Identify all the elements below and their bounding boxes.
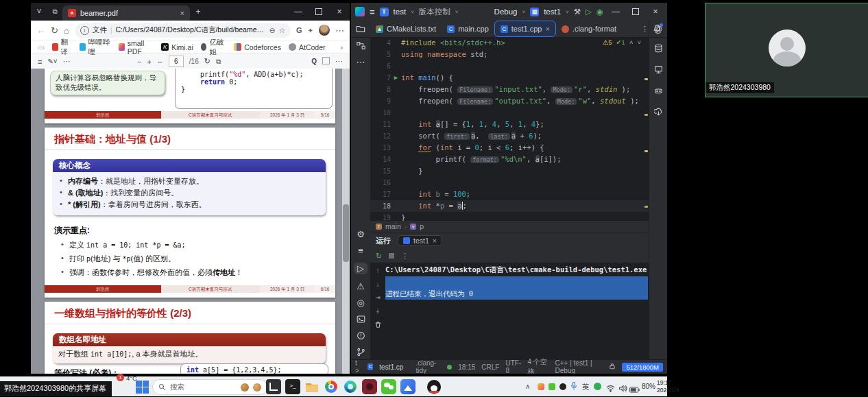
scroll-up-icon[interactable]: ↑: [376, 267, 380, 274]
bookmark-item[interactable]: KKimi.ai: [161, 43, 193, 51]
tab-search-chevron-icon[interactable]: ˅: [31, 3, 47, 21]
services-tool-icon[interactable]: ◎: [351, 294, 370, 311]
line-number[interactable]: 4: [370, 37, 391, 49]
pdf-search-icon[interactable]: Q: [311, 58, 317, 65]
tray-battery-icon[interactable]: [629, 383, 640, 396]
code-editor[interactable]: 4#include <bits/stdc++.h>5using namespac…: [370, 37, 649, 221]
stop-icon[interactable]: [389, 252, 394, 260]
pdf-page-view-icon[interactable]: ⧉: [216, 58, 221, 66]
code-line[interactable]: 18 int *p = a;: [370, 200, 649, 212]
home-icon[interactable]: ⌂: [64, 25, 69, 36]
taskbar-red-app[interactable]: [362, 379, 377, 394]
code-line[interactable]: 7▶int main() {: [370, 72, 649, 84]
line-number[interactable]: 9: [370, 95, 391, 107]
tray-wechat-icon[interactable]: [548, 383, 555, 390]
translate-icon[interactable]: G: [296, 26, 302, 34]
line-number[interactable]: 5: [370, 49, 391, 60]
code-line[interactable]: 11 int a[] = {1, 1, 4, 5, 1, 4};: [370, 119, 649, 130]
pdf-save-icon[interactable]: [322, 57, 330, 66]
soft-wrap-icon[interactable]: ⇥: [375, 294, 381, 301]
scroll-down-icon[interactable]: ↓: [376, 280, 380, 288]
zoom-out-icon[interactable]: ⊖: [269, 26, 276, 34]
build-hammer-icon[interactable]: ⚒: [574, 7, 581, 16]
caret-position[interactable]: 18:15: [458, 363, 475, 371]
debug-button-icon[interactable]: ◉: [596, 7, 603, 16]
pdf-draw-icon[interactable]: ✎˅: [47, 58, 57, 65]
taskbar-qq[interactable]: [426, 379, 442, 394]
bookmark-item[interactable]: AtCoder: [289, 43, 326, 51]
line-number[interactable]: 7: [370, 72, 391, 84]
tray-ime-indicator[interactable]: 英: [582, 383, 590, 392]
line-number[interactable]: 12: [370, 130, 391, 142]
browser-minimize-button[interactable]: —: [288, 3, 309, 21]
address-bar[interactable]: i 文件 | C:/Users/24087/Desktop/C语言/build/…: [75, 23, 291, 38]
pdf-fit-icon[interactable]: ⇔: [157, 58, 163, 65]
pdf-rotate-icon[interactable]: ↻: [204, 57, 210, 66]
statusbar-crumb[interactable]: t >: [355, 359, 361, 374]
rerun-icon[interactable]: ↻: [376, 252, 382, 261]
bookmark-item[interactable]: 哔哩哔哩: [80, 38, 111, 57]
download-tool-icon[interactable]: [654, 107, 663, 119]
code-line[interactable]: 16: [370, 177, 649, 189]
taskbar-file-explorer[interactable]: [304, 379, 320, 394]
tray-volume-icon[interactable]: [618, 383, 627, 395]
database-tool-icon[interactable]: [654, 43, 663, 56]
lock-icon[interactable]: [609, 363, 616, 371]
pdf-page-input[interactable]: 6: [169, 56, 184, 67]
tray-green-icon[interactable]: [594, 383, 601, 390]
file-encoding[interactable]: UTF-8: [505, 359, 521, 374]
tray-wifi-icon[interactable]: [606, 383, 615, 395]
line-number[interactable]: 15: [370, 165, 391, 177]
browser-menu-icon[interactable]: ⋯: [335, 25, 344, 36]
taskbar-chrome[interactable]: [324, 379, 339, 394]
run-options-icon[interactable]: ⋮: [401, 252, 409, 261]
line-number[interactable]: 17: [370, 189, 391, 200]
taskbar-search[interactable]: 搜索: [152, 379, 267, 395]
code-line[interactable]: 15 }: [370, 165, 649, 177]
tray-expand-icon[interactable]: ∧: [525, 383, 530, 390]
browser-maximize-button[interactable]: [309, 3, 329, 21]
pdf-content-area[interactable]: 人脑计算容易忽略替换规则，导致优先级错误。 printf("%d", ADD(a…: [31, 69, 350, 374]
ui-designer-tool-icon[interactable]: [654, 64, 663, 77]
pdf-scrollbar[interactable]: [342, 69, 350, 374]
sidebar-toggle-icon[interactable]: ▭: [38, 43, 45, 51]
bookmark-item[interactable]: small PDF: [119, 39, 154, 56]
bookmark-item[interactable]: Codeforces: [234, 43, 281, 51]
code-line[interactable]: 6: [370, 60, 649, 72]
extension-icon[interactable]: ✦: [308, 27, 313, 34]
clear-console-icon[interactable]: [374, 321, 382, 330]
code-line[interactable]: 5using namespace std;: [370, 49, 649, 60]
line-number[interactable]: 14: [370, 154, 391, 165]
tray-app-icon[interactable]: [538, 383, 544, 390]
code-line[interactable]: 13 for (int i = 0; i < 6; i++) {: [370, 142, 649, 154]
run-console[interactable]: C:\Users\24087\Desktop\C语言\test\cmake-bu…: [385, 264, 648, 360]
line-number[interactable]: 13: [370, 142, 391, 154]
bookmarks-overflow-icon[interactable]: ›: [341, 43, 343, 51]
main-menu-icon[interactable]: ≡: [370, 7, 375, 17]
vcs-widget[interactable]: 版本控制: [419, 7, 450, 17]
ai-assistant-icon[interactable]: @: [654, 25, 662, 34]
tab-test1-cpp[interactable]: C test1.cpp ×: [494, 21, 556, 37]
page-info-icon[interactable]: i: [80, 26, 89, 35]
favorite-star-icon[interactable]: ☆: [279, 26, 285, 34]
taskbar-snip-app[interactable]: [266, 379, 281, 394]
run-button-icon[interactable]: ▷: [586, 7, 592, 16]
problems-view-icon[interactable]: [351, 327, 370, 344]
code-line[interactable]: 19}: [370, 212, 649, 221]
pdf-more-tools-icon[interactable]: ⋯: [63, 57, 71, 66]
line-number[interactable]: 8: [370, 84, 391, 95]
line-number[interactable]: 16: [370, 177, 391, 189]
run-tab-close-icon[interactable]: ×: [433, 237, 437, 245]
bookmark-item[interactable]: 翻译: [52, 38, 72, 57]
pdf-scrollbar-thumb[interactable]: [343, 204, 349, 262]
code-line[interactable]: 12 sort( first:a, last:a + 6);: [370, 130, 649, 142]
git-branch-icon[interactable]: [351, 344, 370, 360]
taskbar-wechat[interactable]: [381, 379, 396, 394]
build-tool-icon[interactable]: ⚙: [351, 226, 370, 242]
line-ending[interactable]: CRLF: [481, 363, 499, 371]
code-line[interactable]: 9 freopen( Filename:"output.txt", Mode:"…: [370, 95, 649, 107]
browser-tab[interactable]: a beamer.pdf ×: [62, 5, 190, 21]
code-line[interactable]: 10: [370, 107, 649, 119]
run-tool-icon[interactable]: ▷: [351, 260, 370, 276]
run-tab[interactable]: test1 ×: [398, 235, 442, 246]
